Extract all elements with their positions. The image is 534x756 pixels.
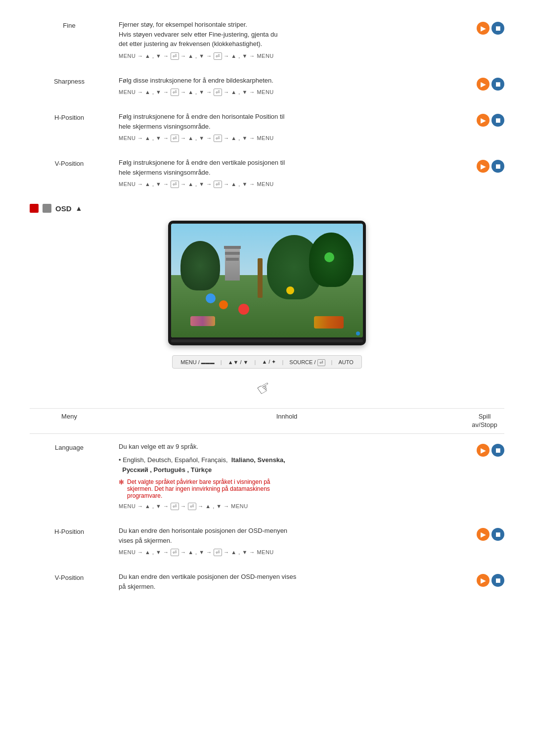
nav-sharpness: MENU → ▲ , ▼ → ⏎ → ▲ , ▼ → ⏎ → ▲ , ▼ → M… xyxy=(119,89,467,95)
setting-row-sharpness: Sharpness Følg disse instruksjonene for … xyxy=(30,76,504,100)
col-header-menu: Meny xyxy=(30,413,109,429)
ctrl-sep3: | xyxy=(282,359,283,365)
desc-fine: Fjerner støy, for eksempel horisontale s… xyxy=(119,20,467,49)
monitor-frame xyxy=(168,221,366,345)
icons-osd-vpos: ▶ ⏹ xyxy=(477,572,504,587)
label-sharpness: Sharpness xyxy=(30,76,109,85)
osd-header: OSD ▲ xyxy=(30,204,504,213)
lang-note: ✻ Det valgte språket påvirker bare språk… xyxy=(119,478,467,499)
content-hpos: Følg instruksjonene for å endre den hori… xyxy=(109,112,477,141)
label-vpos: V-Position xyxy=(30,158,109,167)
setting-row-vpos: V-Position Følg instruksjonene for å end… xyxy=(30,158,504,192)
btn-stop-hpos[interactable]: ⏹ xyxy=(491,114,504,127)
col-header-content: Innhold xyxy=(109,413,465,429)
monitor-section xyxy=(30,221,504,345)
nav-fine: MENU → ▲ , ▼ → ⏎ → ▲ , ▼ → ⏎ → ▲ , ▼ → M… xyxy=(119,53,467,59)
desc-sharpness: Følg disse instruksjonene for å endre bi… xyxy=(119,76,467,86)
control-bar: MENU / ▬▬▬ | ▲▼ / ▼ | ▲ / ✦ | SOURCE / ⏎… xyxy=(30,355,504,369)
ctrl-brightness: ▲ / ✦ xyxy=(262,359,276,365)
desc-osd-vpos: Du kan endre den vertikale posisjonen de… xyxy=(119,572,467,591)
content-fine: Fjerner støy, for eksempel horisontale s… xyxy=(109,20,477,59)
lantern-yellow xyxy=(286,286,294,294)
ctrl-sep1: | xyxy=(221,359,222,365)
nav-vpos: MENU → ▲ , ▼ → ⏎ → ▲ , ▼ → ⏎ → ▲ , ▼ → M… xyxy=(119,181,467,187)
icons-hpos: ▶ ⏹ xyxy=(477,112,504,127)
lang-intro: Du kan velge ett av 9 språk. xyxy=(119,442,467,452)
setting-row-language: Language Du kan velge ett av 9 språk. • … xyxy=(30,442,504,515)
icons-osd-hpos: ▶ ⏹ xyxy=(477,526,504,541)
osd-label: OSD xyxy=(55,204,72,213)
lantern-red xyxy=(238,304,249,315)
lantern-orange xyxy=(219,300,228,309)
main-trunk xyxy=(258,258,263,298)
btn-play-osd-vpos[interactable]: ▶ xyxy=(477,574,490,587)
note-icon: ✻ xyxy=(119,478,124,499)
btn-play-language[interactable]: ▶ xyxy=(477,444,490,457)
monitor-led xyxy=(356,331,360,335)
desc-vpos: Følg instruksjonene for å endre den vert… xyxy=(119,158,467,177)
pagoda-roof3 xyxy=(226,258,239,261)
setting-row-fine: Fine Fjerner støy, for eksempel horisont… xyxy=(30,20,504,64)
icons-language: ▶ ⏹ xyxy=(477,442,504,457)
hand-icon: ☞ xyxy=(253,376,275,400)
flowers-right xyxy=(314,316,344,329)
setting-row-osd-vpos: V-Position Du kan endre den vertikale po… xyxy=(30,572,504,600)
btn-stop-sharpness[interactable]: ⏹ xyxy=(491,78,504,91)
tree-left xyxy=(180,241,220,290)
setting-row-osd-hpos: H-Position Du kan endre den horisontale … xyxy=(30,526,504,560)
nav-osd-hpos: MENU → ▲ , ▼ → ⏎ → ▲ , ▼ → ⏎ → ▲ , ▼ → M… xyxy=(119,549,467,555)
page-wrapper: Fine Fjerner støy, for eksempel horisont… xyxy=(0,0,534,632)
pagoda-roof2 xyxy=(225,252,240,255)
setting-row-hpos: H-Position Følg instruksjonene for å end… xyxy=(30,112,504,146)
ctrl-sep2: | xyxy=(255,359,256,365)
nav-hpos: MENU → ▲ , ▼ → ⏎ → ▲ , ▼ → ⏎ → ▲ , ▼ → M… xyxy=(119,135,467,141)
ctrl-arrows: ▲▼ / ▼ xyxy=(228,359,249,365)
osd-arrow-icon: ▲ xyxy=(76,204,83,212)
label-language: Language xyxy=(30,442,109,451)
nav-language: MENU → ▲ , ▼ → ⏎ → ⏎ → ▲ , ▼ → MENU xyxy=(119,503,467,509)
content-language: Du kan velge ett av 9 språk. • English, … xyxy=(109,442,477,510)
osd-red-square xyxy=(30,204,39,213)
ctrl-menu: MENU / ▬▬▬ xyxy=(180,359,215,365)
monitor-screen xyxy=(171,224,363,337)
content-osd-vpos: Du kan endre den vertikale posisjonen de… xyxy=(109,572,477,595)
btn-play-osd-hpos[interactable]: ▶ xyxy=(477,528,490,541)
icons-sharpness: ▶ ⏹ xyxy=(477,76,504,91)
monitor-base xyxy=(171,339,363,342)
pagoda-roof1 xyxy=(224,246,241,249)
content-osd-hpos: Du kan endre den horisontale posisjonen … xyxy=(109,526,477,555)
content-vpos: Følg instruksjonene for å endre den vert… xyxy=(109,158,477,187)
content-sharpness: Følg disse instruksjonene for å endre bi… xyxy=(109,76,477,95)
label-hpos: H-Position xyxy=(30,112,109,121)
label-osd-hpos: H-Position xyxy=(30,526,109,535)
btn-stop-language[interactable]: ⏹ xyxy=(491,444,504,457)
divider xyxy=(30,408,504,409)
control-bar-inner: MENU / ▬▬▬ | ▲▼ / ▼ | ▲ / ✦ | SOURCE / ⏎… xyxy=(172,355,362,369)
ctrl-auto: AUTO xyxy=(338,359,353,365)
settings-section: Fine Fjerner støy, for eksempel horisont… xyxy=(30,20,504,192)
desc-hpos: Følg instruksjonene for å endre den hori… xyxy=(119,112,467,131)
btn-play-sharpness[interactable]: ▶ xyxy=(477,78,490,91)
osd-gray-square xyxy=(43,204,51,213)
ctrl-source: SOURCE / ⏎ xyxy=(289,359,325,365)
lang-list: • English, Deutsch, Español, Français, I… xyxy=(119,455,467,474)
lantern-green xyxy=(324,252,334,262)
flowers-left xyxy=(190,316,215,326)
btn-stop-osd-vpos[interactable]: ⏹ xyxy=(491,574,504,587)
desc-osd-hpos: Du kan endre den horisontale posisjonen … xyxy=(119,526,467,545)
btn-stop-vpos[interactable]: ⏹ xyxy=(491,160,504,173)
col-header-action: Spill av/Stopp xyxy=(465,413,504,429)
icons-vpos: ▶ ⏹ xyxy=(477,158,504,173)
label-osd-vpos: V-Position xyxy=(30,572,109,581)
btn-stop-fine[interactable]: ⏹ xyxy=(491,22,504,35)
btn-stop-osd-hpos[interactable]: ⏹ xyxy=(491,528,504,541)
pagoda xyxy=(225,246,240,281)
ctrl-sep4: | xyxy=(331,359,333,365)
icons-fine: ▶ ⏹ xyxy=(477,20,504,35)
note-text: Det valgte språket påvirker bare språket… xyxy=(127,478,270,499)
osd-settings-section: Language Du kan velge ett av 9 språk. • … xyxy=(30,442,504,601)
btn-play-fine[interactable]: ▶ xyxy=(477,22,490,35)
hand-cursor-area: ☞ xyxy=(257,378,277,398)
btn-play-vpos[interactable]: ▶ xyxy=(477,160,490,173)
btn-play-hpos[interactable]: ▶ xyxy=(477,114,490,127)
